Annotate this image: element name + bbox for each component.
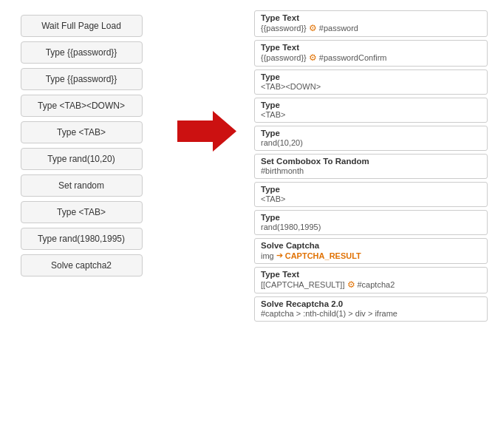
btn-solve-captcha[interactable]: Solve captcha2 [21, 254, 143, 276]
right-panel: Type Text{{password}}⚙#passwordType Text… [251, 7, 495, 325]
btn-type-rand2[interactable]: Type rand(1980,1995) [21, 228, 143, 250]
body-text: [[CAPTCHA_RESULT]] [261, 280, 345, 289]
right-item-r10: Type Text[[CAPTCHA_RESULT]]⚙#captcha2 [254, 267, 488, 293]
right-item-r5: Typerand(10,20) [254, 126, 488, 151]
right-item-title: Solve Captcha [261, 241, 481, 250]
right-item-title: Type [261, 185, 481, 194]
right-item-r3: Type<TAB><DOWN> [254, 69, 488, 95]
captcha-result-label: CAPTCHA_RESULT [285, 251, 361, 260]
arrow-area [163, 111, 251, 152]
right-item-title: Type Text [261, 270, 481, 279]
right-item-body: <TAB><DOWN> [261, 82, 481, 91]
body-text: #captcha2 [358, 280, 395, 289]
right-item-title: Set Combobox To Random [261, 157, 481, 166]
body-text: rand(10,20) [261, 138, 303, 147]
right-item-title: Type [261, 72, 481, 81]
btn-type-tab2[interactable]: Type <TAB> [21, 201, 143, 223]
arrow-icon: ➔ [276, 251, 283, 260]
btn-type-tab-down[interactable]: Type <TAB><DOWN> [21, 95, 143, 117]
right-arrow-icon [177, 111, 236, 152]
body-text: #captcha > :nth-child(1) > div > iframe [261, 309, 397, 318]
right-item-title: Solve Recaptcha 2.0 [261, 299, 481, 308]
btn-type-tab1[interactable]: Type <TAB> [21, 121, 143, 143]
right-item-r7: Type<TAB> [254, 182, 488, 207]
btn-type-pwd1[interactable]: Type {{password}} [21, 41, 143, 64]
right-item-title: Type Text [261, 13, 481, 22]
right-item-body: {{password}}⚙#password [261, 23, 481, 33]
body-text: img [261, 251, 274, 260]
right-item-r9: Solve Captchaimg➔CAPTCHA_RESULT [254, 238, 488, 264]
right-item-body: img➔CAPTCHA_RESULT [261, 251, 481, 260]
right-item-title: Type [261, 213, 481, 222]
right-item-body: rand(1980,1995) [261, 223, 481, 231]
right-item-body: #birthmonth [261, 166, 481, 175]
btn-type-pwd2[interactable]: Type {{password}} [21, 68, 143, 90]
gear-icon: ⚙ [309, 23, 317, 33]
gear-icon: ⚙ [347, 279, 355, 290]
body-text: #passwordConfirm [319, 53, 387, 62]
body-text: #birthmonth [261, 166, 304, 175]
btn-type-rand[interactable]: Type rand(10,20) [21, 148, 143, 170]
right-item-body: [[CAPTCHA_RESULT]]⚙#captcha2 [261, 279, 481, 290]
right-item-r8: Typerand(1980,1995) [254, 210, 488, 235]
right-item-body: <TAB> [261, 194, 481, 203]
right-item-title: Type Text [261, 43, 481, 52]
body-text: <TAB> [261, 110, 285, 119]
body-text: {{password}} [261, 24, 307, 33]
body-text: {{password}} [261, 53, 307, 62]
body-text: <TAB><DOWN> [261, 82, 321, 91]
right-item-body: {{password}}⚙#passwordConfirm [261, 52, 481, 63]
right-item-body: #captcha > :nth-child(1) > div > iframe [261, 309, 481, 318]
right-item-title: Type [261, 101, 481, 109]
right-item-title: Type [261, 129, 481, 138]
right-item-body: <TAB> [261, 110, 481, 119]
right-item-body: rand(10,20) [261, 138, 481, 147]
left-panel: Wait Full Page LoadType {{password}}Type… [0, 7, 163, 284]
body-text: <TAB> [261, 194, 285, 203]
btn-set-random[interactable]: Set random [21, 174, 143, 197]
right-item-r2: Type Text{{password}}⚙#passwordConfirm [254, 40, 488, 67]
right-item-r4: Type<TAB> [254, 98, 488, 123]
right-item-r6: Set Combobox To Random#birthmonth [254, 154, 488, 179]
gear-icon: ⚙ [309, 52, 317, 63]
body-text: rand(1980,1995) [261, 223, 321, 231]
svg-marker-0 [177, 111, 236, 152]
btn-wait[interactable]: Wait Full Page Load [21, 15, 143, 37]
right-item-r11: Solve Recaptcha 2.0#captcha > :nth-child… [254, 296, 488, 322]
body-text: #password [319, 24, 358, 33]
right-item-r1: Type Text{{password}}⚙#password [254, 10, 488, 37]
